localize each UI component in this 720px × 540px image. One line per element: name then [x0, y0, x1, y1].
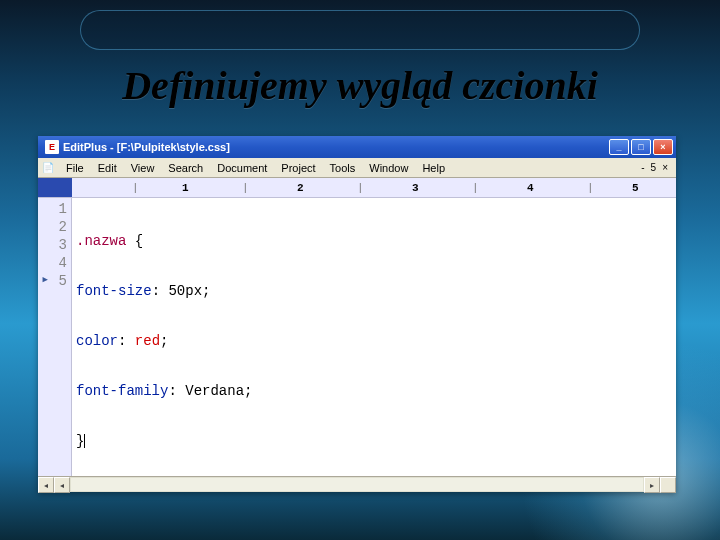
scroll-corner	[660, 477, 676, 493]
menu-file[interactable]: File	[59, 160, 91, 176]
window-controls: _ □ ×	[609, 139, 673, 155]
current-line-arrow-icon: ▶	[40, 274, 48, 285]
editor-area: 1 2 3 4 5 ▶ .nazwa { font-size: 50px; co…	[38, 198, 676, 476]
menu-help[interactable]: Help	[415, 160, 452, 176]
line-number: 2	[38, 218, 67, 236]
horizontal-scrollbar[interactable]: ◂ ◂ ▸	[38, 476, 676, 492]
scroll-left2-button[interactable]: ◂	[54, 477, 70, 493]
minimize-button[interactable]: _	[609, 139, 629, 155]
menu-view[interactable]: View	[124, 160, 162, 176]
css-brace: {	[126, 233, 143, 249]
ruler-col-5: 5	[632, 178, 639, 197]
menu-edit[interactable]: Edit	[91, 160, 124, 176]
maximize-button[interactable]: □	[631, 139, 651, 155]
menu-bar: 📄 File Edit View Search Document Project…	[38, 158, 676, 178]
document-icon: 📄	[41, 161, 55, 175]
ruler-tick: |	[357, 178, 364, 197]
ruler-inner: | 1 | 2 | 3 | 4 | 5	[72, 178, 676, 197]
ruler-col-4: 4	[527, 178, 534, 197]
code-line: .nazwa {	[76, 232, 676, 250]
scroll-track[interactable]	[70, 477, 644, 492]
menu-tools[interactable]: Tools	[323, 160, 363, 176]
css-property: font-family	[76, 383, 168, 399]
menu-project[interactable]: Project	[274, 160, 322, 176]
code-line: color: red;	[76, 332, 676, 350]
ruler-tick: |	[472, 178, 479, 197]
ruler-tick: |	[242, 178, 249, 197]
text-cursor	[84, 434, 85, 448]
code-line: font-size: 50px;	[76, 282, 676, 300]
ruler-margin	[38, 178, 72, 197]
window-titlebar[interactable]: E EditPlus - [F:\Pulpitek\style.css] _ □…	[38, 136, 676, 158]
code-line: font-family: Verdana;	[76, 382, 676, 400]
code-line: }	[76, 432, 676, 450]
menu-window[interactable]: Window	[362, 160, 415, 176]
css-property: color	[76, 333, 118, 349]
menu-search[interactable]: Search	[161, 160, 210, 176]
code-area[interactable]: .nazwa { font-size: 50px; color: red; fo…	[72, 198, 676, 476]
line-number: 1	[38, 200, 67, 218]
ruler-col-3: 3	[412, 178, 419, 197]
ruler-col-2: 2	[297, 178, 304, 197]
ruler-col-1: 1	[182, 178, 189, 197]
css-value: 50px	[168, 283, 202, 299]
ruler-tick: |	[587, 178, 594, 197]
editplus-window: E EditPlus - [F:\Pulpitek\style.css] _ □…	[38, 136, 676, 492]
column-ruler: | 1 | 2 | 3 | 4 | 5	[38, 178, 676, 198]
css-selector: .nazwa	[76, 233, 126, 249]
scroll-right-button[interactable]: ▸	[644, 477, 660, 493]
mdi-controls: - 5 ×	[639, 162, 676, 173]
slide-title: Definiujemy wygląd czcionki	[0, 62, 720, 109]
css-colon: :	[152, 283, 169, 299]
decoration-top-frame	[80, 10, 640, 50]
line-number-gutter: 1 2 3 4 5 ▶	[38, 198, 72, 476]
css-property: font-size	[76, 283, 152, 299]
scroll-left-button[interactable]: ◂	[38, 477, 54, 493]
line-number: 4	[38, 254, 67, 272]
css-value: red	[135, 333, 160, 349]
menu-document[interactable]: Document	[210, 160, 274, 176]
app-icon: E	[45, 140, 59, 154]
mdi-minimize[interactable]: -	[639, 162, 646, 173]
line-number: 3	[38, 236, 67, 254]
css-semi: ;	[244, 383, 252, 399]
mdi-label: 5	[651, 162, 657, 173]
css-colon: :	[118, 333, 135, 349]
mdi-close[interactable]: ×	[660, 162, 670, 173]
window-title-text: EditPlus - [F:\Pulpitek\style.css]	[63, 141, 609, 153]
close-button[interactable]: ×	[653, 139, 673, 155]
css-value: Verdana	[185, 383, 244, 399]
css-brace: }	[76, 433, 84, 449]
ruler-tick: |	[132, 178, 139, 197]
css-semi: ;	[160, 333, 168, 349]
css-semi: ;	[202, 283, 210, 299]
css-colon: :	[168, 383, 185, 399]
